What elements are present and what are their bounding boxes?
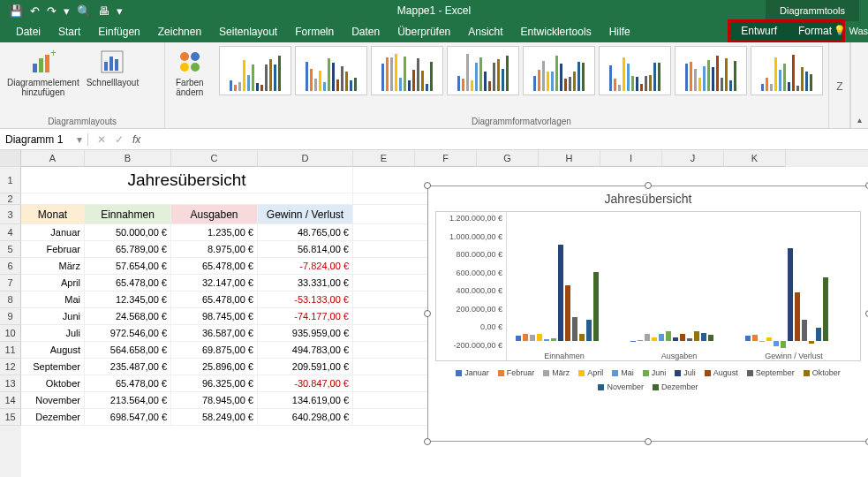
cell-einnahmen[interactable]: 65.478,00 € <box>85 275 171 291</box>
chart-bar[interactable] <box>759 341 765 342</box>
chart-bar[interactable] <box>694 331 699 341</box>
cell-gewinn[interactable]: 494.783,00 € <box>258 342 353 358</box>
cell-ausgaben[interactable]: 32.147,00 € <box>171 275 258 291</box>
cell-ausgaben[interactable]: 58.249,00 € <box>171 409 258 425</box>
chart-bar[interactable] <box>572 317 577 340</box>
chart-bar[interactable] <box>551 338 556 341</box>
cell-ausgaben[interactable]: 78.945,00 € <box>171 392 258 408</box>
tab-daten[interactable]: Daten <box>343 21 389 42</box>
chart-bar[interactable] <box>745 336 751 340</box>
column-header[interactable]: C <box>171 150 258 167</box>
cell-gewinn[interactable]: 56.814,00 € <box>258 241 353 257</box>
cell-month[interactable]: Oktober <box>21 375 85 391</box>
collapse-ribbon-button[interactable]: ▴ <box>850 42 868 128</box>
cell-gewinn[interactable]: 134.619,00 € <box>258 392 353 408</box>
chart-bar[interactable] <box>666 331 671 341</box>
cancel-icon[interactable]: ✕ <box>97 133 106 146</box>
cell-einnahmen[interactable]: 50.000,00 € <box>85 224 171 240</box>
cell-gewinn[interactable]: -53.133,00 € <box>258 292 353 307</box>
qat-more-icon[interactable]: ▾ <box>117 4 123 18</box>
legend-item[interactable]: März <box>543 368 570 377</box>
tab-einfuegen[interactable]: Einfügen <box>89 21 148 42</box>
legend-item[interactable]: September <box>747 368 795 377</box>
resize-handle-sw[interactable] <box>424 438 431 445</box>
resize-handle-n[interactable] <box>645 182 652 189</box>
chart-bar[interactable] <box>593 272 599 341</box>
row-header[interactable]: 11 <box>0 342 21 359</box>
legend-item[interactable]: Januar <box>456 368 489 377</box>
chevron-down-icon[interactable]: ▾ <box>77 133 82 146</box>
enter-icon[interactable]: ✓ <box>115 133 124 146</box>
chart-legend[interactable]: JanuarFebruarMärzAprilMaiJuniJuliAugustS… <box>428 361 868 398</box>
fx-icon[interactable]: fx <box>132 133 140 146</box>
chart-bar[interactable] <box>673 337 678 341</box>
legend-item[interactable]: August <box>705 368 738 377</box>
tab-start[interactable]: Start <box>49 21 89 42</box>
cell-gewinn[interactable]: 640.298,00 € <box>258 409 353 425</box>
chart-style-thumb[interactable] <box>599 46 671 95</box>
column-header[interactable]: D <box>258 150 353 167</box>
print-preview-icon[interactable]: 🔍 <box>77 4 91 18</box>
chart-bar[interactable] <box>708 335 713 340</box>
cell-ausgaben[interactable]: 98.745,00 € <box>171 308 258 324</box>
chart-bar[interactable] <box>680 334 685 341</box>
cell-ausgaben[interactable]: 1.235,00 € <box>171 224 258 240</box>
tab-formeln[interactable]: Formeln <box>286 21 343 42</box>
chart-bar[interactable] <box>586 320 592 341</box>
cell-einnahmen[interactable]: 12.345,00 € <box>85 292 171 307</box>
column-header[interactable]: E <box>353 150 415 167</box>
chart-bar[interactable] <box>579 334 585 340</box>
chart-bar[interactable] <box>809 341 814 344</box>
legend-item[interactable]: November <box>598 382 644 391</box>
chart-bar[interactable] <box>523 334 528 340</box>
tab-zeichnen[interactable]: Zeichnen <box>149 21 210 42</box>
chart-bar[interactable] <box>774 341 779 346</box>
cell-month[interactable]: September <box>21 359 85 375</box>
cell-ausgaben[interactable]: 36.587,00 € <box>171 325 258 341</box>
cell-ausgaben[interactable]: 69.875,00 € <box>171 342 258 358</box>
tab-entwurf[interactable]: Entwurf <box>730 22 788 40</box>
cell-ausgaben[interactable]: 8.975,00 € <box>171 241 258 257</box>
chart-bar[interactable] <box>788 248 793 340</box>
col-header-gewinn[interactable]: Gewinn / Verlust <box>258 205 353 223</box>
chart-style-thumb[interactable] <box>675 46 747 95</box>
chart-style-thumb[interactable] <box>371 46 443 95</box>
chart-bar[interactable] <box>816 328 821 341</box>
chart-title[interactable]: Jahresübersicht <box>428 186 868 211</box>
chart-bar[interactable] <box>795 292 800 341</box>
cell-month[interactable]: Juni <box>21 308 85 324</box>
cell-month[interactable]: April <box>21 275 85 291</box>
qat-dropdown-icon[interactable]: ▾ <box>64 4 70 18</box>
embedded-chart[interactable]: Jahresübersicht 1.200.000,00 €1.000.000,… <box>427 186 868 442</box>
cell-einnahmen[interactable]: 213.564,00 € <box>85 392 171 408</box>
cell-month[interactable]: Juli <box>21 325 85 341</box>
select-all-corner[interactable] <box>0 150 21 167</box>
tab-entwicklertools[interactable]: Entwicklertools <box>512 21 600 42</box>
add-chart-element-button[interactable]: + Diagrammelement hinzufügen <box>5 46 81 99</box>
cell-month[interactable]: Dezember <box>21 409 85 425</box>
resize-handle-w[interactable] <box>424 310 431 317</box>
redo-icon[interactable]: ↷ <box>47 4 57 18</box>
chart-bar[interactable] <box>659 334 664 340</box>
change-colors-button[interactable]: Farben ändern <box>170 46 208 99</box>
chart-bar[interactable] <box>516 336 521 341</box>
resize-handle-s[interactable] <box>645 438 652 445</box>
chart-bar[interactable] <box>766 337 772 341</box>
column-header[interactable]: I <box>600 150 662 167</box>
cells-area[interactable]: ABCDEFGHIJK JahresübersichtMonatEinnahme… <box>21 150 868 477</box>
row-header[interactable]: 13 <box>0 375 21 392</box>
legend-item[interactable]: Juli <box>675 368 696 377</box>
undo-icon[interactable]: ↶ <box>30 4 40 18</box>
col-header-einnahmen[interactable]: Einnahmen <box>85 205 171 223</box>
chart-bar[interactable] <box>544 339 549 340</box>
column-header[interactable]: H <box>539 150 600 167</box>
tab-hilfe[interactable]: Hilfe <box>600 21 639 42</box>
chart-bar[interactable] <box>638 340 643 341</box>
legend-item[interactable]: Mai <box>612 368 634 377</box>
legend-item[interactable]: Oktober <box>804 368 841 377</box>
chart-style-thumb[interactable] <box>523 46 595 95</box>
tell-me-search[interactable]: 💡Was <box>834 25 868 36</box>
row-header[interactable]: 7 <box>0 275 21 292</box>
tab-ueberpruefen[interactable]: Überprüfen <box>389 21 459 42</box>
column-header[interactable]: J <box>662 150 724 167</box>
